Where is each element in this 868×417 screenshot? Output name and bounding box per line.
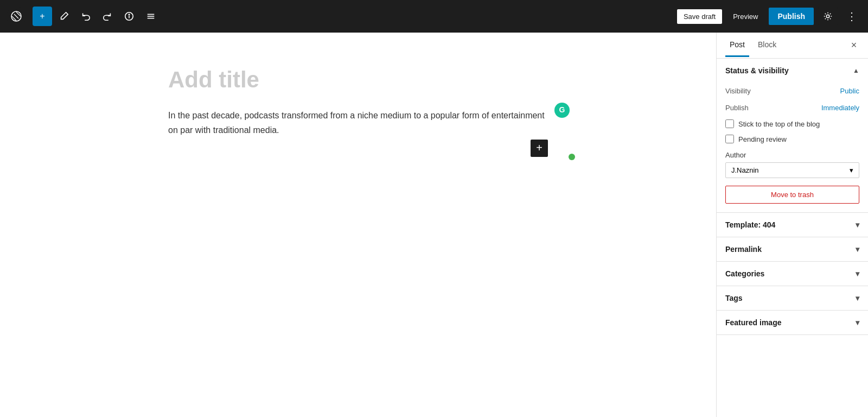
- save-draft-button[interactable]: Save draft: [677, 9, 722, 24]
- move-to-trash-button[interactable]: Move to trash: [725, 186, 859, 204]
- more-options-button[interactable]: ⋮: [842, 7, 861, 26]
- template-title: Template: 404: [725, 220, 775, 229]
- categories-title: Categories: [725, 269, 764, 278]
- add-block-button[interactable]: +: [531, 140, 548, 157]
- author-value: J.Naznin: [731, 166, 759, 174]
- wordpress-logo[interactable]: [7, 7, 26, 26]
- toolbar: + Save draft Preview Publ: [0, 0, 868, 33]
- status-visibility-body: Visibility Public Publish Immediately St…: [717, 83, 868, 212]
- visibility-value[interactable]: Public: [840, 87, 859, 95]
- tags-section[interactable]: Tags ▾: [717, 286, 868, 311]
- settings-button[interactable]: [818, 7, 838, 26]
- permalink-title: Permalink: [725, 245, 762, 254]
- redo-button[interactable]: [98, 7, 117, 26]
- permalink-section[interactable]: Permalink ▾: [717, 237, 868, 262]
- author-chevron: ▾: [850, 166, 853, 174]
- author-select[interactable]: J.Naznin ▾: [725, 162, 859, 178]
- editor-area: Add title In the past decade, podcasts t…: [0, 33, 716, 417]
- svg-point-7: [826, 15, 829, 17]
- publish-row: Publish Immediately: [725, 99, 859, 116]
- featured-image-section[interactable]: Featured image ▾: [717, 311, 868, 335]
- publish-label: Publish: [725, 104, 749, 112]
- pending-review-row: Pending review: [725, 131, 859, 147]
- main-layout: Add title In the past decade, podcasts t…: [0, 33, 868, 417]
- status-visibility-chevron: ▲: [853, 67, 859, 74]
- tags-chevron: ▾: [856, 294, 859, 302]
- visibility-label: Visibility: [725, 87, 751, 95]
- stick-to-top-checkbox[interactable]: [725, 119, 734, 128]
- categories-section[interactable]: Categories ▾: [717, 262, 868, 286]
- featured-image-title: Featured image: [725, 318, 781, 327]
- post-body-text: In the past decade, podcasts transformed…: [168, 111, 545, 135]
- stick-to-top-label: Stick to the top of the blog: [738, 120, 820, 128]
- pending-review-checkbox[interactable]: [725, 135, 734, 143]
- status-visibility-section: Status & visibility ▲ Visibility Public …: [717, 59, 868, 213]
- undo-button[interactable]: [76, 7, 95, 26]
- post-body[interactable]: In the past decade, podcasts transformed…: [168, 108, 548, 137]
- status-visibility-title: Status & visibility: [725, 66, 789, 75]
- editor-content: Add title In the past decade, podcasts t…: [168, 65, 548, 148]
- permalink-chevron: ▾: [856, 245, 859, 254]
- pending-review-label: Pending review: [738, 135, 787, 143]
- tab-post[interactable]: Post: [725, 34, 749, 57]
- categories-chevron: ▾: [856, 269, 859, 278]
- edit-toolbar-button[interactable]: [54, 7, 74, 26]
- stick-to-top-row: Stick to the top of the blog: [725, 116, 859, 131]
- author-label: Author: [725, 151, 859, 159]
- status-visibility-header[interactable]: Status & visibility ▲: [717, 59, 868, 83]
- sidebar-close-button[interactable]: ×: [846, 38, 861, 53]
- tab-block[interactable]: Block: [754, 34, 781, 57]
- info-button[interactable]: [119, 7, 139, 26]
- preview-button[interactable]: Preview: [726, 9, 764, 24]
- list-view-button[interactable]: [141, 7, 161, 26]
- publish-value[interactable]: Immediately: [821, 104, 859, 112]
- svg-point-3: [129, 14, 129, 15]
- post-title-input[interactable]: Add title: [168, 65, 548, 95]
- publish-button[interactable]: Publish: [769, 8, 814, 25]
- featured-image-chevron: ▾: [856, 318, 859, 327]
- template-section[interactable]: Template: 404 ▾: [717, 213, 868, 237]
- template-chevron: ▾: [856, 220, 859, 229]
- sidebar-header: Post Block ×: [717, 33, 868, 59]
- grammarly-badge: G: [554, 103, 570, 118]
- sidebar: Post Block × Status & visibility ▲ Visib…: [716, 33, 868, 417]
- tags-title: Tags: [725, 294, 743, 302]
- visibility-row: Visibility Public: [725, 83, 859, 99]
- add-block-toolbar-button[interactable]: +: [33, 7, 52, 26]
- green-status-dot: [569, 154, 575, 160]
